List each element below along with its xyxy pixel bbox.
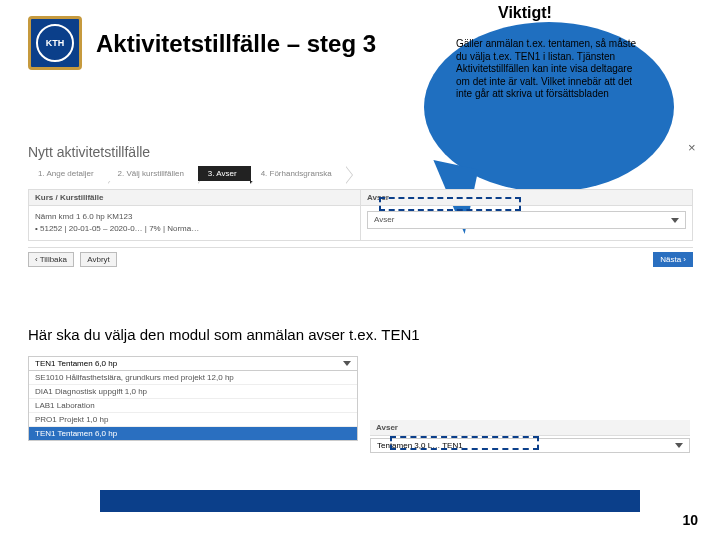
step-1[interactable]: 1. Ange detaljer: [28, 166, 108, 181]
col-avser-header: Avser: [361, 190, 692, 206]
list-item[interactable]: SE1010 Hållfasthetslära, grundkurs med p…: [29, 371, 357, 384]
page-number: 10: [682, 512, 698, 528]
course-line-2: • 51252 | 20-01-05 – 2020-0… | 7% | Norm…: [35, 223, 354, 235]
step-4[interactable]: 4. Förhandsgranska: [251, 166, 346, 181]
panel-title: Nytt aktivitetstillfälle: [28, 144, 693, 160]
module-select-value: TEN1 Tentamen 6,0 hp: [35, 359, 117, 368]
chevron-down-icon: [343, 361, 351, 366]
kth-logo: KTH: [28, 16, 82, 70]
module-dropdown: TEN1 Tentamen 6,0 hp SE1010 Hållfasthets…: [28, 356, 358, 441]
module-list: SE1010 Hållfasthetslära, grundkurs med p…: [28, 371, 358, 441]
list-item[interactable]: PRO1 Projekt 1,0 hp: [29, 412, 357, 426]
chevron-down-icon: [671, 218, 679, 223]
wizard-buttons: ‹ Tillbaka Avbryt Nästa ›: [28, 252, 693, 267]
cancel-button[interactable]: Avbryt: [80, 252, 117, 267]
col-course-header: Kurs / Kurstillfälle: [29, 190, 360, 206]
list-item[interactable]: DIA1 Diagnostisk uppgift 1,0 hp: [29, 384, 357, 398]
footer-bar: [100, 490, 640, 512]
kth-logo-text: KTH: [36, 24, 74, 62]
avser-mini-value: Tentamen 3,0 L… TEN1: [377, 441, 463, 450]
step-wizard: 1. Ange detaljer 2. Välj kurstillfällen …: [28, 166, 693, 181]
activity-panel: Nytt aktivitetstillfälle 1. Ange detalje…: [28, 144, 693, 267]
step-3[interactable]: 3. Avser: [198, 166, 251, 181]
avser-mini-header: Avser: [370, 420, 690, 436]
instruction-text: Här ska du välja den modul som anmälan a…: [28, 326, 420, 343]
avser-select-value: Avser: [374, 214, 394, 226]
step-2[interactable]: 2. Välj kurstillfällen: [108, 166, 198, 181]
callout-label: Viktigt!: [498, 4, 552, 22]
chevron-down-icon: [675, 443, 683, 448]
avser-select[interactable]: Avser: [367, 211, 686, 229]
back-button[interactable]: ‹ Tillbaka: [28, 252, 74, 267]
course-columns: Kurs / Kurstillfälle Nämn kmd 1 6.0 hp K…: [28, 189, 693, 241]
module-select[interactable]: TEN1 Tentamen 6,0 hp: [28, 356, 358, 371]
list-item-selected[interactable]: TEN1 Tentamen 6,0 hp: [29, 426, 357, 440]
slide-title: Aktivitetstillfälle – steg 3: [96, 30, 376, 58]
next-button[interactable]: Nästa ›: [653, 252, 693, 267]
avser-mini-panel: Avser Tentamen 3,0 L… TEN1: [370, 420, 690, 453]
list-item[interactable]: LAB1 Laboration: [29, 398, 357, 412]
callout-text: Gäller anmälan t.ex. tentamen, så måste …: [456, 38, 646, 101]
course-line-1: Nämn kmd 1 6.0 hp KM123: [35, 211, 354, 223]
avser-mini-select[interactable]: Tentamen 3,0 L… TEN1: [370, 438, 690, 453]
